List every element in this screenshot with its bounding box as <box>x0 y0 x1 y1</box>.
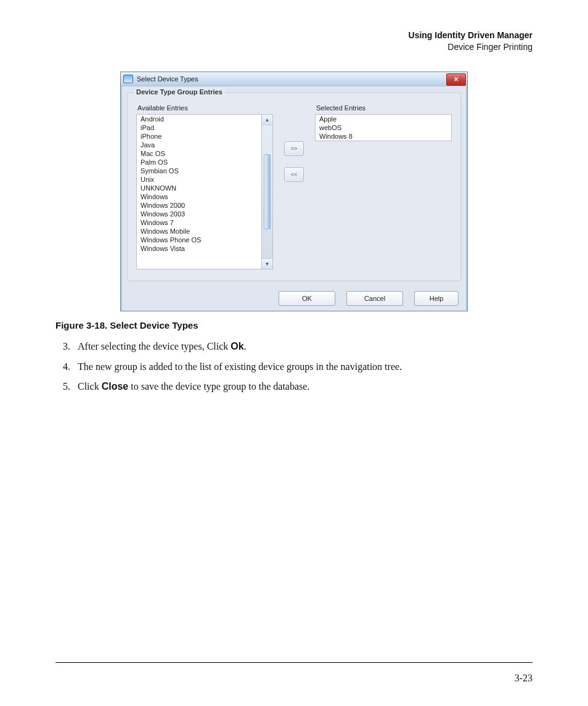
available-list[interactable]: Android iPad iPhone Java Mac OS Palm OS … <box>136 114 262 269</box>
dialog-titlebar: Select Device Types ✕ <box>121 72 467 86</box>
page-header: Using Identity Driven Manager Device Fin… <box>55 30 533 53</box>
header-subtitle: Device Finger Printing <box>55 41 533 53</box>
help-label: Help <box>430 295 444 302</box>
close-icon: ✕ <box>454 76 459 83</box>
move-left-button[interactable]: << <box>284 167 304 182</box>
ok-label: OK <box>302 295 312 302</box>
device-type-group: Device Type Group Entries Available Entr… <box>127 92 461 281</box>
scroll-thumb[interactable] <box>264 154 271 229</box>
move-left-label: << <box>291 171 298 178</box>
list-item[interactable]: Symbian OS <box>137 166 261 175</box>
step-bold: Ok <box>231 341 243 351</box>
group-title: Device Type Group Entries <box>134 88 225 96</box>
selected-column: Selected Entries Apple webOS Windows 8 <box>315 104 452 141</box>
move-right-label: >> <box>291 146 298 152</box>
step-4: The new group is added to the list of ex… <box>73 359 533 375</box>
move-right-button[interactable]: >> <box>284 141 304 156</box>
move-buttons: >> << <box>282 104 306 182</box>
dialog-body: Device Type Group Entries Available Entr… <box>121 86 467 311</box>
page: Using Identity Driven Manager Device Fin… <box>0 0 588 706</box>
list-item[interactable]: Windows 2000 <box>137 201 261 210</box>
header-title: Using Identity Driven Manager <box>55 30 533 41</box>
list-item[interactable]: Unix <box>137 175 261 184</box>
list-item[interactable]: Windows Vista <box>137 244 261 253</box>
step-bold: Close <box>102 381 129 392</box>
list-item[interactable]: Windows 2003 <box>137 210 261 218</box>
list-item[interactable]: UNKNOWN <box>137 184 261 192</box>
dialog-footer: OK Cancel Help <box>127 291 461 306</box>
list-item[interactable]: Apple <box>316 115 451 123</box>
list-item[interactable]: iPhone <box>137 132 261 141</box>
footer-rule <box>55 662 533 663</box>
selected-label: Selected Entries <box>316 104 452 112</box>
list-item[interactable]: Windows Mobile <box>137 227 261 236</box>
dialog-title: Select Device Types <box>137 75 198 83</box>
step-text: The new group is added to the list of ex… <box>78 361 402 372</box>
list-item[interactable]: Palm OS <box>137 158 261 166</box>
cancel-button[interactable]: Cancel <box>346 291 403 306</box>
list-item[interactable]: Windows Phone OS <box>137 236 261 244</box>
dialog-select-device-types: Select Device Types ✕ Device Type Group … <box>120 72 468 311</box>
help-button[interactable]: Help <box>414 291 459 306</box>
list-item[interactable]: Mac OS <box>137 149 261 158</box>
available-label: Available Entries <box>137 104 273 112</box>
page-number: 3-23 <box>515 673 533 684</box>
list-item[interactable]: Windows <box>137 192 261 201</box>
cancel-label: Cancel <box>364 295 385 302</box>
scroll-up-icon[interactable]: ▴ <box>262 115 272 125</box>
step-text: to save the device type group to the dat… <box>128 381 309 392</box>
step-text: Click <box>78 381 102 392</box>
ok-button[interactable]: OK <box>279 291 335 306</box>
figure-caption: Figure 3-18. Select Device Types <box>55 320 533 330</box>
list-item[interactable]: Windows 8 <box>316 132 451 141</box>
list-item[interactable]: Java <box>137 141 261 149</box>
instruction-steps: After selecting the device types, Click … <box>55 339 533 395</box>
app-icon <box>123 75 133 83</box>
step-text: After selecting the device types, Click <box>78 341 231 351</box>
step-5: Click Close to save the device type grou… <box>73 379 533 395</box>
step-text: . <box>244 341 247 351</box>
list-item[interactable]: Android <box>137 115 261 123</box>
available-column: Available Entries Android iPad iPhone Ja… <box>136 104 273 269</box>
step-3: After selecting the device types, Click … <box>73 339 533 355</box>
list-item[interactable]: Windows 7 <box>137 218 261 227</box>
close-button[interactable]: ✕ <box>446 73 466 86</box>
scrollbar[interactable]: ▴ ▾ <box>262 114 273 269</box>
scroll-down-icon[interactable]: ▾ <box>262 258 272 269</box>
figure-image: Select Device Types ✕ Device Type Group … <box>55 72 533 311</box>
selected-list[interactable]: Apple webOS Windows 8 <box>315 114 452 141</box>
list-item[interactable]: iPad <box>137 123 261 132</box>
list-item[interactable]: webOS <box>316 123 451 132</box>
